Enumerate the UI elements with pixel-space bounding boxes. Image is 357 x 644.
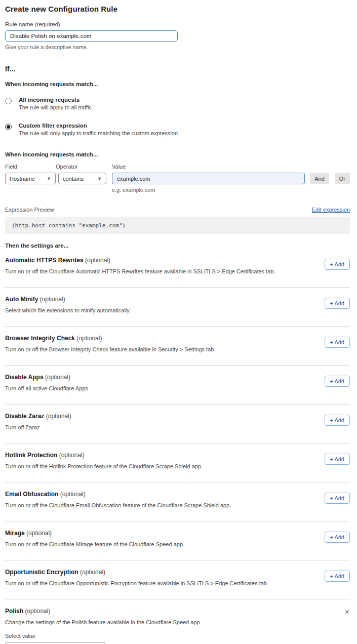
operator-label: Operator	[56, 164, 106, 170]
optional-label: (optional)	[59, 452, 85, 459]
field-label: Field	[5, 164, 56, 170]
radio-label: All incoming requests	[19, 97, 92, 103]
setting-title: Hotlink Protection	[5, 452, 57, 459]
field-select[interactable]: Hostname ▼	[5, 173, 56, 184]
add-button[interactable]: + Add	[325, 259, 350, 270]
setting-email-obfuscation: Email Obfuscation (optional) Turn on or …	[5, 482, 350, 521]
field-select-value: Hostname	[10, 176, 35, 182]
add-button[interactable]: + Add	[325, 415, 350, 426]
value-input[interactable]	[112, 173, 305, 184]
optional-label: (optional)	[76, 335, 102, 342]
optional-label: (optional)	[26, 530, 52, 537]
setting-description: Turn on or off the Cloudflare Mirage fea…	[5, 541, 314, 547]
value-label: Value	[112, 164, 305, 170]
optional-label: (optional)	[25, 608, 50, 615]
expression-preview-code: (http.host contains "example.com")	[5, 217, 350, 234]
add-button[interactable]: + Add	[325, 493, 350, 504]
setting-description: Turn on or off the Browser Integrity Che…	[5, 346, 314, 352]
optional-label: (optional)	[85, 257, 110, 264]
setting-title: Polish	[5, 608, 23, 615]
if-heading: If...	[5, 65, 350, 73]
setting-opportunistic-encryption: Opportunistic Encryption (optional) Turn…	[5, 560, 350, 599]
add-button[interactable]: + Add	[325, 337, 350, 348]
expression-preview-header: Expression Preview Edit expression	[5, 207, 350, 213]
value-help-text: e.g. example.com	[112, 187, 350, 193]
setting-title: Browser Integrity Check	[5, 335, 75, 342]
setting-title: Auto Minify	[5, 296, 38, 303]
setting-description: Turn on or off the Cloudflare Automatic …	[5, 268, 314, 274]
add-button[interactable]: + Add	[325, 298, 350, 309]
incoming-requests-match-heading: When incoming requests match...	[5, 81, 350, 87]
rule-name-help: Give your rule a descriptive name.	[5, 44, 350, 50]
setting-automatic-https-rewrites: Automatic HTTPS Rewrites (optional) Turn…	[5, 249, 350, 288]
setting-description: Change the settings of the Polish featur…	[5, 619, 334, 625]
section-divider	[5, 58, 350, 58]
optional-label: (optional)	[80, 569, 105, 576]
radio-description: The rule will apply to all traffic	[19, 104, 92, 110]
setting-disable-zaraz: Disable Zaraz (optional) Turn off Zaraz.…	[5, 405, 350, 444]
operator-select-value: contains	[63, 176, 84, 182]
setting-auto-minify: Auto Minify (optional) Select which file…	[5, 288, 350, 327]
page-title: Create new Configuration Rule	[5, 5, 350, 13]
add-button[interactable]: + Add	[325, 532, 350, 543]
setting-mirage: Mirage (optional) Turn on or off the Clo…	[5, 521, 350, 560]
setting-hotlink-protection: Hotlink Protection (optional) Turn on or…	[5, 444, 350, 482]
setting-description: Turn on or off the Cloudflare Opportunis…	[5, 580, 314, 586]
radio-option-custom-filter-expression[interactable]: Custom filter expression The rule will o…	[5, 123, 350, 136]
optional-label: (optional)	[46, 413, 71, 420]
radio-button-selected[interactable]	[5, 124, 12, 130]
setting-disable-apps: Disable Apps (optional) Turn off all act…	[5, 366, 350, 405]
operator-select[interactable]: contains ▼	[58, 173, 106, 184]
and-button[interactable]: And	[310, 173, 329, 184]
setting-description: Turn off all active Cloudflare Apps.	[5, 385, 314, 391]
setting-title: Disable Zaraz	[5, 413, 44, 420]
chevron-down-icon: ▼	[47, 176, 51, 181]
radio-description: The rule will only apply to traffic matc…	[19, 130, 178, 136]
expression-builder-row: Field Hostname ▼ Operator contains ▼ Val…	[5, 157, 350, 184]
select-value-label: Select value	[5, 633, 334, 639]
optional-label: (optional)	[40, 296, 65, 303]
setting-title: Opportunistic Encryption	[5, 569, 78, 576]
edit-expression-link[interactable]: Edit expression	[312, 207, 350, 213]
add-button[interactable]: + Add	[325, 571, 350, 582]
setting-description: Select which file extensions to minify a…	[5, 307, 314, 313]
then-settings-heading: Then the settings are...	[5, 243, 350, 249]
add-button[interactable]: + Add	[325, 376, 350, 387]
rule-name-label: Rule name (required)	[5, 21, 350, 27]
setting-title: Automatic HTTPS Rewrites	[5, 257, 84, 264]
setting-polish: Polish (optional) Change the settings of…	[5, 599, 350, 644]
setting-title: Email Obfuscation	[5, 491, 58, 498]
setting-title: Disable Apps	[5, 374, 44, 381]
close-icon[interactable]: ✕	[344, 609, 350, 615]
create-configuration-rule-page: Create new Configuration Rule Rule name …	[0, 0, 357, 644]
setting-description: Turn off Zaraz.	[5, 424, 314, 430]
setting-description: Turn on or off the Hotlink Protection fe…	[5, 463, 314, 469]
expression-builder-heading: When incoming requests match...	[5, 151, 350, 157]
or-button[interactable]: Or	[335, 173, 350, 184]
optional-label: (optional)	[60, 491, 86, 498]
radio-label: Custom filter expression	[19, 123, 178, 129]
optional-label: (optional)	[45, 374, 70, 381]
chevron-down-icon: ▼	[97, 176, 102, 181]
add-button[interactable]: + Add	[325, 454, 350, 465]
expression-preview-label: Expression Preview	[5, 207, 54, 213]
rule-name-input[interactable]	[5, 30, 178, 42]
setting-description: Turn on or off the Cloudflare Email Obfu…	[5, 502, 314, 508]
radio-option-all-incoming-requests[interactable]: All incoming requests The rule will appl…	[5, 97, 350, 110]
setting-title: Mirage	[5, 530, 25, 537]
radio-button-unselected[interactable]	[5, 98, 12, 104]
polish-value-select[interactable]: Off ▼	[5, 642, 105, 644]
setting-browser-integrity-check: Browser Integrity Check (optional) Turn …	[5, 327, 350, 366]
